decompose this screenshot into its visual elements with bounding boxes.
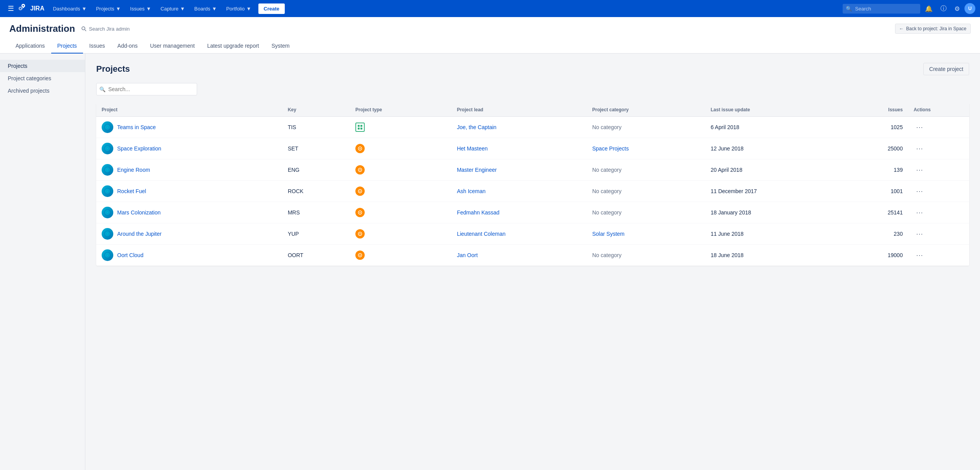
- table-row: Around the Jupiter YUP Lieutenant Colema…: [96, 223, 969, 245]
- nav-dashboards[interactable]: Dashboards ▼: [49, 3, 90, 14]
- software-icon: [355, 251, 365, 260]
- col-header-project: Project: [96, 103, 282, 117]
- svg-line-1: [85, 30, 87, 31]
- col-header-key: Key: [282, 103, 350, 117]
- nav-issues[interactable]: Issues ▼: [126, 3, 155, 14]
- project-category: No category: [587, 117, 705, 138]
- svg-point-38: [360, 255, 361, 256]
- actions-menu-button[interactable]: ⋯: [914, 143, 925, 154]
- project-type: [350, 117, 452, 138]
- nav-portfolio[interactable]: Portfolio ▼: [222, 3, 255, 14]
- project-name-link[interactable]: Mars Colonization: [117, 209, 161, 216]
- svg-point-31: [107, 233, 108, 235]
- svg-point-16: [107, 169, 108, 171]
- project-name-link[interactable]: Oort Cloud: [117, 252, 144, 258]
- table-row: Engine Room ENG Master EngineerNo catego…: [96, 159, 969, 181]
- actions-cell: ⋯: [908, 138, 969, 159]
- jira-logo[interactable]: JIRA: [19, 4, 44, 13]
- tab-projects[interactable]: Projects: [51, 39, 83, 54]
- actions-menu-button[interactable]: ⋯: [914, 207, 925, 218]
- admin-search-label: Search Jira admin: [89, 26, 130, 32]
- project-lead-link[interactable]: Lieutenant Coleman: [457, 231, 506, 237]
- svg-point-21: [107, 190, 108, 192]
- sidebar-item-projects[interactable]: Projects: [0, 60, 85, 72]
- svg-point-28: [360, 212, 361, 213]
- tab-addons[interactable]: Add-ons: [111, 39, 144, 54]
- project-category: Space Projects: [587, 138, 705, 159]
- project-name-link[interactable]: Space Exploration: [117, 145, 161, 152]
- content-header: Projects Create project: [96, 63, 969, 75]
- actions-menu-button[interactable]: ⋯: [914, 250, 925, 260]
- nav-capture[interactable]: Capture ▼: [157, 3, 189, 14]
- project-name-cell: Space Exploration: [102, 143, 277, 154]
- page-title: Administration: [9, 23, 75, 34]
- project-name-link[interactable]: Around the Jupiter: [117, 231, 161, 237]
- actions-menu-button[interactable]: ⋯: [914, 229, 925, 239]
- actions-menu-button[interactable]: ⋯: [914, 186, 925, 196]
- project-lead-link[interactable]: Ash Iceman: [457, 188, 486, 194]
- search-bar[interactable]: 🔍: [843, 4, 920, 14]
- settings-icon[interactable]: ⚙: [951, 3, 963, 15]
- project-category: No category: [587, 202, 705, 223]
- svg-point-0: [82, 27, 85, 30]
- help-icon[interactable]: ⓘ: [937, 2, 950, 15]
- user-avatar[interactable]: U: [964, 3, 975, 14]
- issues-count: 19000: [841, 245, 908, 266]
- no-category: No category: [592, 124, 621, 130]
- project-name-link[interactable]: Teams in Space: [117, 124, 156, 130]
- actions-menu-button[interactable]: ⋯: [914, 165, 925, 175]
- no-category: No category: [592, 209, 621, 216]
- project-lead-link[interactable]: Fedmahn Kassad: [457, 209, 500, 216]
- hamburger-menu-icon[interactable]: ☰: [5, 3, 17, 14]
- svg-rect-8: [360, 128, 362, 130]
- project-lead-link[interactable]: Joe, the Captain: [457, 124, 497, 130]
- nav-projects[interactable]: Projects ▼: [92, 3, 125, 14]
- issues-count: 230: [841, 223, 908, 245]
- nav-boards[interactable]: Boards ▼: [190, 3, 221, 14]
- col-header-category: Project category: [587, 103, 705, 117]
- project-category: No category: [587, 159, 705, 181]
- back-to-project-label: Back to project: Jira in Space: [906, 26, 966, 31]
- search-input[interactable]: [843, 4, 920, 14]
- notifications-icon[interactable]: 🔔: [922, 3, 936, 15]
- projects-search-input[interactable]: [96, 83, 197, 95]
- tab-latest-upgrade-report[interactable]: Latest upgrade report: [201, 39, 265, 54]
- project-lead-link[interactable]: Jan Oort: [457, 252, 478, 258]
- admin-search-link[interactable]: Search Jira admin: [81, 26, 130, 32]
- last-issue-update: 11 June 2018: [705, 223, 841, 245]
- sidebar-item-project-categories[interactable]: Project categories: [0, 72, 85, 85]
- col-header-last-issue-update: Last issue update: [705, 103, 841, 117]
- actions-cell: ⋯: [908, 223, 969, 245]
- project-type: [350, 202, 452, 223]
- tab-applications[interactable]: Applications: [9, 39, 51, 54]
- tab-user-management[interactable]: User management: [144, 39, 201, 54]
- actions-cell: ⋯: [908, 202, 969, 223]
- project-name-cell: Around the Jupiter: [102, 228, 277, 240]
- tab-system[interactable]: System: [265, 39, 296, 54]
- project-avatar: [102, 121, 113, 133]
- project-name-link[interactable]: Engine Room: [117, 167, 150, 173]
- tab-issues[interactable]: Issues: [83, 39, 111, 54]
- project-category: No category: [587, 181, 705, 202]
- project-name-link[interactable]: Rocket Fuel: [117, 188, 146, 194]
- actions-menu-button[interactable]: ⋯: [914, 122, 925, 132]
- project-lead-link[interactable]: Master Engineer: [457, 167, 497, 173]
- main-content: Projects Create project 🔍 Project Key Pr…: [85, 54, 980, 470]
- issues-count: 25000: [841, 138, 908, 159]
- category-link[interactable]: Space Projects: [592, 145, 629, 152]
- back-to-project-button[interactable]: ← Back to project: Jira in Space: [895, 24, 971, 34]
- category-link[interactable]: Solar System: [592, 231, 624, 237]
- project-lead-link[interactable]: Het Masteen: [457, 145, 488, 152]
- last-issue-update: 12 June 2018: [705, 138, 841, 159]
- project-key: MRS: [282, 202, 350, 223]
- sidebar-item-archived-projects[interactable]: Archived projects: [0, 85, 85, 97]
- projects-search-wrap: 🔍: [96, 83, 197, 95]
- svg-point-33: [360, 233, 361, 235]
- project-avatar: [102, 143, 113, 154]
- actions-cell: ⋯: [908, 159, 969, 181]
- create-project-button[interactable]: Create project: [923, 63, 969, 75]
- svg-point-18: [360, 169, 361, 171]
- create-button[interactable]: Create: [258, 3, 285, 14]
- software-icon: [355, 144, 365, 153]
- project-avatar: [102, 164, 113, 176]
